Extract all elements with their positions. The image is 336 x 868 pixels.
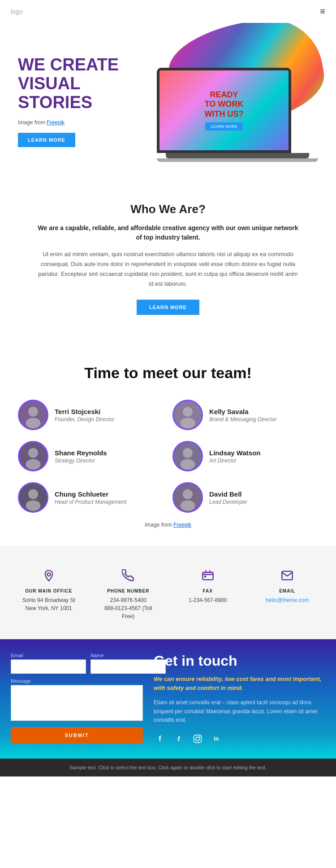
contact-icon bbox=[177, 569, 239, 585]
svg-point-2 bbox=[26, 418, 41, 429]
laptop-screen: READY TO WORK WITH US? LEARN MORE bbox=[159, 70, 289, 150]
team-image-credit: Image from Freepik bbox=[18, 522, 318, 528]
who-body-text: Ut enim ad minim veniam, quis nostrud ex… bbox=[36, 249, 300, 289]
svg-rect-19 bbox=[202, 572, 213, 580]
contact-value: hello@theme.com bbox=[257, 596, 319, 604]
logo: logo bbox=[11, 8, 22, 15]
member-info: Kelly Savala Brand & Messaging Director bbox=[209, 408, 276, 423]
contact-card: EMAIL hello@theme.com bbox=[250, 559, 325, 630]
member-name: Lindsay Watson bbox=[209, 449, 260, 457]
member-name: Chung Schlueter bbox=[55, 490, 126, 498]
laptop-screen-button: LEARN MORE bbox=[205, 122, 243, 131]
member-info: Terri Stojceski Founder, Design Director bbox=[55, 408, 114, 423]
hero-learn-more-button[interactable]: LEARN MORE bbox=[18, 133, 75, 147]
team-freepik-link[interactable]: Freepik bbox=[173, 522, 191, 528]
contact-form: Email Name Message SUBMIT bbox=[11, 653, 143, 745]
message-input[interactable] bbox=[11, 685, 143, 721]
linkedin-icon[interactable]: in bbox=[210, 733, 223, 745]
member-role: Head of Product Management bbox=[55, 499, 126, 505]
contact-icon bbox=[18, 569, 80, 585]
svg-point-17 bbox=[181, 501, 195, 511]
member-name: David Bell bbox=[209, 490, 247, 498]
email-link[interactable]: hello@theme.com bbox=[266, 597, 309, 603]
svg-point-20 bbox=[205, 576, 206, 577]
member-name: Shane Reynolds bbox=[55, 449, 107, 457]
footer: Sample text. Click to select the text bo… bbox=[0, 759, 336, 776]
svg-point-24 bbox=[199, 736, 200, 737]
laptop-screen-text: READY TO WORK WITH US? bbox=[205, 90, 244, 119]
contact-value: 1-234-567-8900 bbox=[177, 596, 239, 604]
email-label: Email bbox=[11, 653, 86, 658]
member-info: Shane Reynolds Strategy Director bbox=[55, 449, 107, 464]
who-title: Who We Are? bbox=[36, 202, 300, 216]
svg-point-23 bbox=[196, 737, 199, 741]
member-info: David Bell Lead Developer bbox=[209, 490, 247, 505]
svg-point-16 bbox=[183, 489, 193, 499]
who-section: Who We Are? We are a capable, reliable, … bbox=[0, 175, 336, 342]
svg-point-8 bbox=[26, 459, 41, 470]
team-member: David Bell Lead Developer bbox=[172, 482, 318, 513]
svg-point-1 bbox=[28, 407, 38, 417]
member-info: Chung Schlueter Head of Product Manageme… bbox=[55, 490, 126, 505]
svg-point-11 bbox=[181, 459, 195, 470]
contact-label: OUR MAIN OFFICE bbox=[18, 589, 80, 593]
header: logo ≡ bbox=[0, 0, 336, 23]
hero-left: WE CREATE VISUAL STORIES Image from Free… bbox=[18, 56, 168, 147]
team-member: Lindsay Watson Art Director bbox=[172, 441, 318, 471]
member-role: Art Director bbox=[209, 458, 260, 464]
member-name: Terri Stojceski bbox=[55, 408, 114, 415]
submit-button[interactable]: SUBMIT bbox=[11, 727, 143, 743]
hero-section: WE CREATE VISUAL STORIES Image from Free… bbox=[0, 23, 336, 175]
avatar bbox=[18, 441, 48, 471]
freepik-link[interactable]: Freepik bbox=[47, 119, 65, 126]
contact-icon bbox=[257, 569, 319, 585]
member-role: Lead Developer bbox=[209, 499, 247, 505]
svg-point-13 bbox=[28, 489, 38, 499]
twitter-icon[interactable]: t bbox=[172, 733, 185, 745]
contact-icon bbox=[98, 569, 159, 585]
facebook-icon[interactable]: f bbox=[154, 733, 166, 745]
contact-label: EMAIL bbox=[257, 589, 319, 593]
get-in-touch-italic: We can ensure reliability, low cost fare… bbox=[154, 675, 325, 692]
member-role: Brand & Messaging Director bbox=[209, 416, 276, 423]
avatar bbox=[172, 441, 203, 471]
instagram-icon[interactable] bbox=[191, 733, 204, 745]
hamburger-icon[interactable]: ≡ bbox=[320, 6, 325, 17]
team-title: Time to meet our team! bbox=[18, 364, 318, 382]
form-row-email-name: Email Name bbox=[11, 653, 143, 674]
team-grid: Terri Stojceski Founder, Design Director… bbox=[18, 400, 318, 513]
team-member: Terri Stojceski Founder, Design Director bbox=[18, 400, 164, 430]
avatar bbox=[18, 482, 48, 513]
avatar bbox=[18, 400, 48, 430]
email-input[interactable] bbox=[11, 659, 86, 674]
svg-point-4 bbox=[183, 407, 193, 417]
contact-value: SoHo 94 Broadway StNew York, NY 1001 bbox=[18, 596, 80, 612]
svg-point-5 bbox=[181, 418, 195, 429]
who-bold-text: We are a capable, reliable, and affordab… bbox=[36, 223, 300, 242]
laptop-mockup: READY TO WORK WITH US? LEARN MORE bbox=[157, 68, 318, 162]
email-group: Email bbox=[11, 653, 86, 674]
svg-rect-22 bbox=[194, 735, 202, 743]
contact-label: PHONE NUMBER bbox=[98, 589, 159, 593]
svg-point-18 bbox=[47, 573, 50, 576]
get-in-touch-info: Get in touch We can ensure reliability, … bbox=[154, 653, 325, 745]
contact-card: OUR MAIN OFFICE SoHo 94 Broadway StNew Y… bbox=[12, 559, 86, 630]
laptop-base bbox=[166, 153, 309, 158]
team-member: Shane Reynolds Strategy Director bbox=[18, 441, 164, 471]
avatar bbox=[172, 400, 203, 430]
team-member: Kelly Savala Brand & Messaging Director bbox=[172, 400, 318, 430]
who-learn-more-button[interactable]: LEARN MORE bbox=[137, 300, 199, 315]
laptop-screen-frame: READY TO WORK WITH US? LEARN MORE bbox=[157, 68, 291, 153]
social-icons: f t in bbox=[154, 733, 325, 745]
contact-card: FAX 1-234-567-8900 bbox=[171, 559, 245, 630]
get-in-touch-title: Get in touch bbox=[154, 653, 325, 669]
get-in-touch-body: Etiam sit amet convallis erat – class ap… bbox=[154, 698, 325, 724]
team-member: Chung Schlueter Head of Product Manageme… bbox=[18, 482, 164, 513]
contact-value: 234-9876-5400888-0123-4567 (Toll Free) bbox=[98, 596, 159, 620]
footer-text: Sample text. Click to select the text bo… bbox=[69, 765, 267, 770]
svg-point-14 bbox=[26, 501, 41, 511]
team-section: Time to meet our team! Terri Stojceski F… bbox=[0, 342, 336, 546]
contact-cards: OUR MAIN OFFICE SoHo 94 Broadway StNew Y… bbox=[0, 546, 336, 630]
message-label: Message bbox=[11, 678, 143, 684]
svg-point-10 bbox=[183, 448, 193, 458]
